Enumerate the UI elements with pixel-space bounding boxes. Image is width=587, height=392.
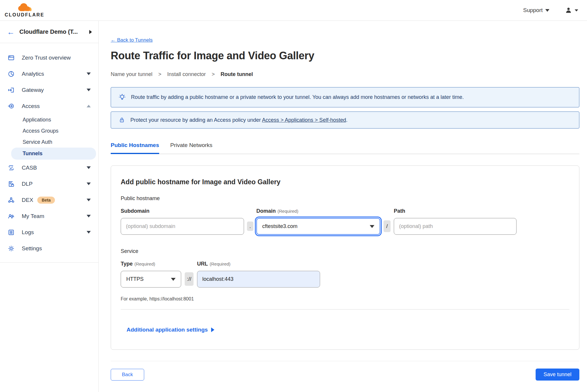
cloudflare-wordmark: CLOUDFLARE	[5, 12, 44, 18]
service-label: Service	[121, 248, 569, 254]
dot-separator: .	[247, 222, 253, 231]
subdomain-input[interactable]	[121, 218, 244, 235]
sidebar-item-access-groups[interactable]: Access Groups	[0, 125, 98, 136]
type-label: Type	[121, 261, 133, 267]
type-field: Type(Required) HTTPS	[121, 261, 181, 288]
chevron-down-icon	[87, 166, 91, 169]
save-tunnel-button[interactable]: Save tunnel	[536, 369, 579, 381]
chevron-down-icon	[87, 89, 91, 91]
access-applications-link[interactable]: Access > Applications > Self-hosted	[262, 117, 346, 123]
team-icon	[8, 213, 15, 220]
sidebar-item-settings[interactable]: Settings	[0, 240, 98, 256]
subdomain-label: Subdomain	[121, 208, 244, 214]
additional-settings-toggle[interactable]: Additional application settings	[127, 327, 569, 333]
chevron-down-icon	[545, 9, 549, 12]
sidebar-item-access[interactable]: Access	[0, 98, 98, 114]
lightbulb-icon	[118, 94, 126, 101]
path-input[interactable]	[394, 218, 517, 235]
chevron-right-icon	[211, 327, 214, 332]
chevron-right-icon	[89, 30, 92, 34]
domain-field: Domain(Required) cftestsite3.com	[256, 208, 380, 235]
public-hostname-card: Add public hostname for Image and Video …	[111, 165, 579, 350]
service-field-row: Type(Required) HTTPS :// URL(Required)	[121, 261, 569, 288]
domain-select[interactable]: cftestsite3.com	[256, 218, 380, 235]
back-to-tunnels-link[interactable]: ← Back to Tunnels	[111, 37, 153, 43]
back-arrow-icon[interactable]: ←	[7, 28, 15, 36]
service-type-select[interactable]: HTTPS	[121, 271, 181, 288]
path-field: Path	[394, 208, 517, 235]
analytics-icon	[8, 70, 15, 77]
logs-icon	[8, 229, 15, 236]
public-hostname-label: Public hostname	[121, 195, 569, 202]
protect-banner-text: Protect your resource by adding an Acces…	[130, 117, 347, 123]
page-title: Route Traffic for Image and Video Galler…	[111, 50, 579, 62]
sidebar-item-zero-trust-overview[interactable]: Zero Trust overview	[0, 50, 98, 66]
sidebar-item-my-team[interactable]: My Team	[0, 208, 98, 224]
subdomain-field: Subdomain	[121, 208, 244, 235]
cloudflare-logo[interactable]: CLOUDFLARE	[5, 3, 44, 18]
sidebar-item-gateway[interactable]: Gateway	[0, 82, 98, 98]
sidebar-nav: Zero Trust overview Analytics Gateway	[0, 43, 98, 263]
protect-banner: Protect your resource by adding an Acces…	[111, 111, 579, 129]
url-field: URL(Required)	[197, 261, 320, 288]
sidebar: ← Cloudflare Demo (T... Zero Trust overv…	[0, 21, 99, 392]
domain-label: Domain	[256, 208, 276, 214]
step-name-your-tunnel[interactable]: Name your tunnel	[111, 71, 152, 77]
sidebar-item-applications[interactable]: Applications	[0, 114, 98, 125]
tab-private-networks[interactable]: Private Networks	[170, 142, 213, 154]
path-label: Path	[394, 208, 517, 214]
dex-icon	[8, 197, 15, 204]
account-name: Cloudflare Demo (T...	[19, 28, 85, 35]
service-type-value: HTTPS	[126, 276, 144, 282]
chevron-down-icon	[87, 231, 91, 234]
tab-public-hostnames[interactable]: Public Hostnames	[111, 142, 159, 154]
lock-icon	[118, 116, 125, 124]
tip-banner-text: Route traffic by adding a public hostnam…	[131, 94, 464, 100]
dlp-icon	[8, 180, 15, 187]
breadcrumb: Name your tunnel > Install connector > R…	[111, 71, 579, 77]
tab-bar: Public Hostnames Private Networks	[111, 142, 579, 154]
hostname-field-row: Subdomain . Domain(Required) cftestsite3…	[121, 208, 569, 235]
main-content: ← Back to Tunnels Route Traffic for Imag…	[99, 21, 587, 392]
access-icon	[8, 103, 15, 110]
chevron-down-icon	[370, 225, 374, 228]
sidebar-item-tunnels-selected[interactable]: Tunnels	[11, 148, 96, 160]
slash-separator: /	[384, 220, 391, 232]
support-label: Support	[523, 7, 543, 13]
type-required: (Required)	[134, 261, 155, 266]
card-heading: Add public hostname for Image and Video …	[121, 178, 569, 186]
url-example-hint: For example, https://localhost:8001	[121, 296, 569, 302]
support-menu[interactable]: Support	[523, 7, 549, 13]
sidebar-item-casb[interactable]: CASB	[0, 160, 98, 176]
scheme-separator: ://	[185, 272, 194, 286]
account-switcher[interactable]: ← Cloudflare Demo (T...	[0, 21, 98, 43]
domain-value: cftestsite3.com	[262, 223, 297, 229]
url-label: URL	[197, 261, 208, 267]
back-button[interactable]: Back	[111, 369, 144, 381]
sidebar-item-service-auth[interactable]: Service Auth	[0, 136, 98, 148]
casb-icon	[8, 164, 15, 171]
user-icon	[565, 6, 572, 14]
chevron-down-icon	[87, 215, 91, 217]
overview-icon	[8, 54, 15, 61]
url-required: (Required)	[210, 261, 231, 266]
sidebar-divider	[0, 262, 98, 263]
gear-icon	[8, 245, 15, 252]
sidebar-item-analytics[interactable]: Analytics	[0, 66, 98, 82]
card-divider	[121, 309, 569, 310]
step-install-connector[interactable]: Install connector	[167, 71, 206, 77]
domain-required: (Required)	[277, 209, 298, 214]
sidebar-item-dex[interactable]: DEXBeta	[0, 192, 98, 208]
tip-banner: Route traffic by adding a public hostnam…	[111, 87, 579, 107]
url-input[interactable]	[197, 271, 320, 288]
chevron-down-icon	[87, 183, 91, 185]
gateway-icon	[8, 87, 15, 94]
sidebar-item-dlp[interactable]: DLP	[0, 176, 98, 192]
chevron-down-icon	[87, 199, 91, 201]
chevron-down-icon	[87, 72, 91, 75]
sidebar-item-logs[interactable]: Logs	[0, 224, 98, 240]
chevron-down-icon	[171, 278, 176, 281]
footer-actions: Back Save tunnel	[111, 369, 579, 381]
user-menu[interactable]	[565, 6, 578, 14]
topbar-right: Support	[523, 6, 578, 14]
